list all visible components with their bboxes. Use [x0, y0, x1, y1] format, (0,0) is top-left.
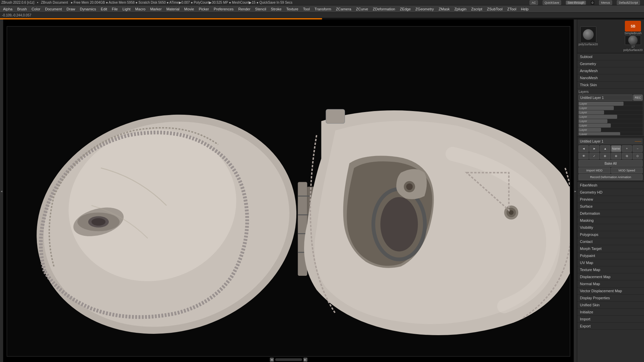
section-polypaint[interactable]: Polypaint: [577, 252, 644, 259]
section-displacement-map[interactable]: Displacement Map: [577, 273, 644, 280]
brush-preview-small[interactable]: [625, 36, 641, 45]
section-export[interactable]: Export: [577, 323, 644, 330]
layer-row-6[interactable]: Layer: [579, 128, 643, 132]
section-deformation[interactable]: Deformation: [577, 210, 644, 217]
quicksave-button[interactable]: QuickSave: [543, 0, 561, 5]
scroll-right-arrow[interactable]: ►: [303, 358, 307, 362]
brush-preview-top[interactable]: [580, 27, 596, 43]
menu-item-zsubtool[interactable]: ZSubTool: [485, 6, 505, 12]
menu-item-file[interactable]: File: [109, 6, 120, 12]
menu-item-zplugin[interactable]: Zplugin: [452, 6, 469, 12]
panel-item-nanomesh[interactable]: NanoMesh: [577, 74, 644, 82]
layer-btn-remove[interactable]: −: [633, 145, 643, 152]
menu-item-movie[interactable]: Movie: [182, 6, 196, 12]
layer-btn-next[interactable]: ►: [589, 145, 599, 152]
layer-btn-del[interactable]: ⊙: [633, 153, 643, 159]
panel-item-geometry[interactable]: Geometry: [577, 60, 644, 67]
menu-item-zcurve[interactable]: ZCurve: [354, 6, 370, 12]
panel-items-top: SubtoolGeometryArrayMeshNanoMeshThick Sk…: [577, 53, 644, 89]
menu-item-alpha[interactable]: Alpha: [1, 6, 15, 12]
menu-item-stencil[interactable]: Stencil: [253, 6, 268, 12]
menu-item-light[interactable]: Light: [120, 6, 133, 12]
layer-name-input[interactable]: [579, 95, 633, 101]
bake-all-button[interactable]: Bake All: [579, 160, 643, 167]
menu-item-zdeformation[interactable]: ZDeformation: [370, 6, 398, 12]
menu-item-stroke[interactable]: Stroke: [268, 6, 284, 12]
section-geometry-hd[interactable]: Geometry HD: [577, 189, 644, 196]
section-preview[interactable]: Preview: [577, 196, 644, 203]
section-texture-map[interactable]: Texture Map: [577, 266, 644, 273]
menu-item-transform[interactable]: Transform: [312, 6, 334, 12]
ac-button[interactable]: AC: [530, 0, 538, 5]
import-mdd-button[interactable]: Import MDD: [579, 167, 610, 173]
section-polygroups[interactable]: Polygroups: [577, 231, 644, 238]
section-uv-map[interactable]: UV Map: [577, 259, 644, 266]
menu-item-marker[interactable]: Marker: [148, 6, 164, 12]
canvas-area[interactable]: ◄ ►: [3, 19, 574, 362]
section-surface[interactable]: Surface: [577, 203, 644, 210]
layer-row-2[interactable]: Layer: [579, 110, 643, 114]
canvas-scroll-bar[interactable]: [275, 358, 302, 361]
section-contact[interactable]: Contact: [577, 238, 644, 245]
layer-btn-merge[interactable]: ⊕: [600, 153, 610, 159]
layer-row-0[interactable]: Layer: [579, 102, 643, 106]
section-normal-map[interactable]: Normal Map: [577, 280, 644, 288]
section-morph-target[interactable]: Morph Target: [577, 245, 644, 252]
left-panel-toggle[interactable]: ◄: [0, 19, 3, 362]
record-deform-button[interactable]: Record Deformation Animation: [579, 174, 643, 180]
menu-item-document[interactable]: Document: [43, 6, 64, 12]
default-zscript-button[interactable]: DefaultZScript: [617, 0, 640, 5]
menu-item-zgeometry[interactable]: ZGeometry: [413, 6, 436, 12]
menu-item-picker[interactable]: Picker: [196, 6, 211, 12]
layer-btn-split[interactable]: ⊗: [611, 153, 621, 159]
panel-item-arraymesh[interactable]: ArrayMesh: [577, 67, 644, 74]
layer-btn-up[interactable]: ▲: [600, 145, 610, 152]
section-initialize[interactable]: Initialize: [577, 309, 644, 316]
section-display-properties[interactable]: Display Properties: [577, 295, 644, 302]
simplebrush-icon[interactable]: SB: [625, 21, 641, 32]
layer-row-4[interactable]: Layer: [579, 119, 643, 123]
layer-btn-prev[interactable]: ◄: [579, 145, 589, 152]
menu-item-color[interactable]: Color: [29, 6, 43, 12]
layer-rec-button[interactable]: REC: [633, 95, 643, 101]
menu-item-render[interactable]: Render: [236, 6, 253, 12]
menu-item-zedge[interactable]: ZEdge: [397, 6, 413, 12]
menu-item-help[interactable]: Help: [518, 6, 531, 12]
menu-item-brush[interactable]: Brush: [15, 6, 29, 12]
menu-item-macro[interactable]: Macro: [133, 6, 148, 12]
panel-item-subtool[interactable]: Subtool: [577, 53, 644, 60]
menu-item-edit[interactable]: Edit: [98, 6, 109, 12]
menu-item-dynamics[interactable]: Dynamics: [78, 6, 98, 12]
menu-item-draw[interactable]: Draw: [64, 6, 78, 12]
layer-btn-check[interactable]: ✓: [589, 153, 599, 159]
layer-row-3[interactable]: Layer: [579, 115, 643, 119]
section-masking[interactable]: Masking: [577, 217, 644, 224]
top-bar: ZBrush 2022.0.6 [n1z] • ZBrush Document …: [0, 0, 644, 5]
scroll-left-arrow[interactable]: ◄: [270, 358, 274, 362]
layer-btn-name[interactable]: Name: [611, 145, 621, 152]
layer-row-7[interactable]: Layer: [579, 132, 643, 135]
menu-item-material[interactable]: Material: [164, 6, 182, 12]
menu-item-zcamera[interactable]: ZCamera: [334, 6, 354, 12]
menu-item-tool[interactable]: Tool: [301, 6, 312, 12]
section-fibermesh[interactable]: FiberMesh: [577, 182, 644, 189]
section-vector-displacement-map[interactable]: Vector Displacement Map: [577, 288, 644, 295]
section-unified-skin[interactable]: Unified Skin: [577, 302, 644, 309]
menu-item-texture[interactable]: Texture: [284, 6, 301, 12]
layer-btn-add[interactable]: +: [622, 145, 632, 152]
section-visibility[interactable]: Visibility: [577, 224, 644, 231]
menu-item-ztool[interactable]: ZTool: [505, 6, 518, 12]
section-import[interactable]: Import: [577, 316, 644, 323]
see-through-label[interactable]: See-through: [566, 1, 586, 5]
layer-row-5[interactable]: Layer: [579, 123, 643, 127]
menu-item-zmask[interactable]: ZMask: [436, 6, 452, 12]
panel-item-thick-skin[interactable]: Thick Skin: [577, 82, 644, 89]
mod-speed-button[interactable]: MOD Speed: [611, 167, 643, 173]
layer-row-1[interactable]: Layer: [579, 106, 643, 110]
menus-button[interactable]: Menus: [599, 0, 612, 5]
menu-item-preferences[interactable]: Preferences: [211, 6, 236, 12]
layer-btn-dup[interactable]: ⧉: [622, 153, 632, 159]
layer-btn-eye[interactable]: 👁: [579, 153, 589, 159]
right-panel-toggle[interactable]: ►: [574, 19, 577, 362]
menu-item-zscript[interactable]: Zscript: [469, 6, 485, 12]
